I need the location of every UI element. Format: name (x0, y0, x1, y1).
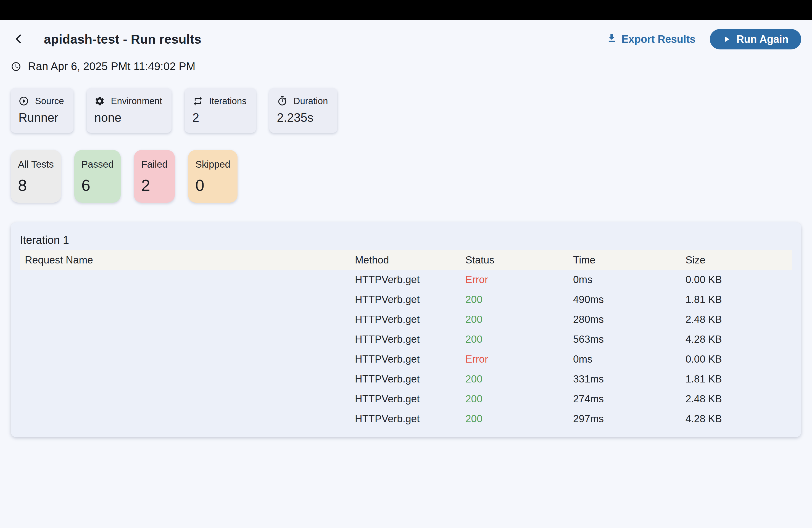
cell-size: 2.48 KB (685, 393, 792, 405)
download-icon (607, 33, 617, 46)
table-row[interactable]: HTTPVerb.get 200 274ms 2.48 KB (20, 389, 792, 409)
iteration-title: Iteration 1 (20, 234, 792, 246)
stat-card-value: 0 (195, 176, 230, 194)
stat-card: All Tests 8 (11, 150, 61, 203)
table-row[interactable]: HTTPVerb.get 200 490ms 1.81 KB (20, 290, 792, 310)
system-top-bar (0, 0, 812, 20)
stat-card: Skipped 0 (188, 150, 237, 203)
export-results-label: Export Results (621, 33, 695, 45)
column-header-request-name: Request Name (20, 254, 355, 266)
play-circle-icon (18, 96, 29, 106)
table-row[interactable]: HTTPVerb.get 200 280ms 2.48 KB (20, 310, 792, 329)
info-card-header: Iterations (192, 96, 247, 106)
info-card-label: Iterations (209, 96, 247, 106)
cell-size: 0.00 KB (685, 353, 792, 365)
timer-icon (277, 96, 288, 106)
cell-status: 200 (465, 294, 573, 305)
test-stat-cards: All Tests 8 Passed 6 Failed 2 Skipped 0 (11, 150, 801, 203)
chevron-left-icon (13, 33, 25, 46)
cell-time: 274ms (573, 393, 685, 405)
stat-card-value: 6 (82, 176, 114, 194)
repeat-icon (192, 96, 203, 106)
run-timestamp: Ran Apr 6, 2025 PMt 11:49:02 PM (11, 60, 801, 73)
cell-status: Error (465, 353, 573, 365)
cell-time: 490ms (573, 294, 685, 305)
cell-size: 4.28 KB (685, 334, 792, 345)
run-timestamp-text: Ran Apr 6, 2025 PMt 11:49:02 PM (28, 60, 195, 73)
cell-size: 4.28 KB (685, 413, 792, 425)
cell-status: 200 (465, 314, 573, 325)
stat-card-value: 2 (141, 176, 168, 194)
run-again-button[interactable]: Run Again (710, 29, 801, 49)
info-card: Duration 2.235s (269, 88, 337, 133)
table-row[interactable]: HTTPVerb.get Error 0ms 0.00 KB (20, 270, 792, 290)
column-header-size: Size (685, 254, 792, 266)
cell-method: HTTPVerb.get (355, 353, 465, 365)
results-table-header: Request Name Method Status Time Size (20, 250, 792, 270)
cell-time: 0ms (573, 353, 685, 365)
table-row[interactable]: HTTPVerb.get 200 563ms 4.28 KB (20, 329, 792, 349)
run-results-page: apidash-test - Run results Export Result… (0, 20, 812, 437)
page-header: apidash-test - Run results Export Result… (11, 20, 801, 51)
page-title: apidash-test - Run results (44, 32, 201, 47)
cell-method: HTTPVerb.get (355, 413, 465, 425)
cell-size: 0.00 KB (685, 274, 792, 285)
cell-size: 2.48 KB (685, 314, 792, 325)
table-row[interactable]: HTTPVerb.get 200 331ms 1.81 KB (20, 369, 792, 389)
info-card-label: Environment (111, 96, 162, 106)
info-card-label: Duration (294, 96, 328, 106)
stat-card: Passed 6 (74, 150, 121, 203)
cell-method: HTTPVerb.get (355, 373, 465, 385)
table-row[interactable]: HTTPVerb.get 200 297ms 4.28 KB (20, 409, 792, 429)
info-card-header: Duration (277, 96, 328, 106)
info-card: Iterations 2 (185, 88, 256, 133)
column-header-status: Status (465, 254, 573, 266)
info-card-label: Source (35, 96, 64, 106)
table-row[interactable]: HTTPVerb.get Error 0ms 0.00 KB (20, 349, 792, 369)
cell-time: 0ms (573, 274, 685, 285)
cell-status: 200 (465, 413, 573, 425)
cell-time: 280ms (573, 314, 685, 325)
stat-card-label: Skipped (195, 159, 230, 170)
run-info-cards: Source Runner Environment none Iteration… (11, 88, 801, 133)
cell-method: HTTPVerb.get (355, 334, 465, 345)
stat-card-label: All Tests (18, 159, 54, 170)
info-card: Source Runner (11, 88, 73, 133)
cell-time: 297ms (573, 413, 685, 425)
cell-status: 200 (465, 334, 573, 345)
info-card-header: Source (18, 96, 64, 106)
info-card-header: Environment (95, 96, 162, 106)
column-header-method: Method (355, 254, 465, 266)
cell-status: 200 (465, 373, 573, 385)
column-header-time: Time (573, 254, 685, 266)
info-card-value: none (95, 111, 162, 124)
info-card-value: 2.235s (277, 111, 328, 124)
cell-time: 563ms (573, 334, 685, 345)
stat-card-value: 8 (18, 176, 54, 194)
iteration-panel: Iteration 1 Request Name Method Status T… (11, 222, 801, 437)
results-table-body: HTTPVerb.get Error 0ms 0.00 KB HTTPVerb.… (20, 270, 792, 429)
play-icon (723, 35, 731, 43)
stat-card-label: Failed (141, 159, 168, 170)
cell-method: HTTPVerb.get (355, 314, 465, 325)
cell-status: 200 (465, 393, 573, 405)
cell-size: 1.81 KB (685, 294, 792, 305)
cell-status: Error (465, 274, 573, 285)
cell-time: 331ms (573, 373, 685, 385)
export-results-button[interactable]: Export Results (607, 33, 695, 46)
cell-method: HTTPVerb.get (355, 274, 465, 285)
info-card-value: 2 (192, 111, 247, 124)
clock-icon (11, 61, 21, 72)
run-again-label: Run Again (736, 33, 788, 45)
info-card-value: Runner (18, 111, 64, 124)
cell-size: 1.81 KB (685, 373, 792, 385)
gear-icon (95, 96, 105, 106)
cell-method: HTTPVerb.get (355, 294, 465, 305)
info-card: Environment none (87, 88, 172, 133)
back-button[interactable] (11, 31, 27, 47)
stat-card: Failed 2 (134, 150, 175, 203)
stat-card-label: Passed (82, 159, 114, 170)
cell-method: HTTPVerb.get (355, 393, 465, 405)
